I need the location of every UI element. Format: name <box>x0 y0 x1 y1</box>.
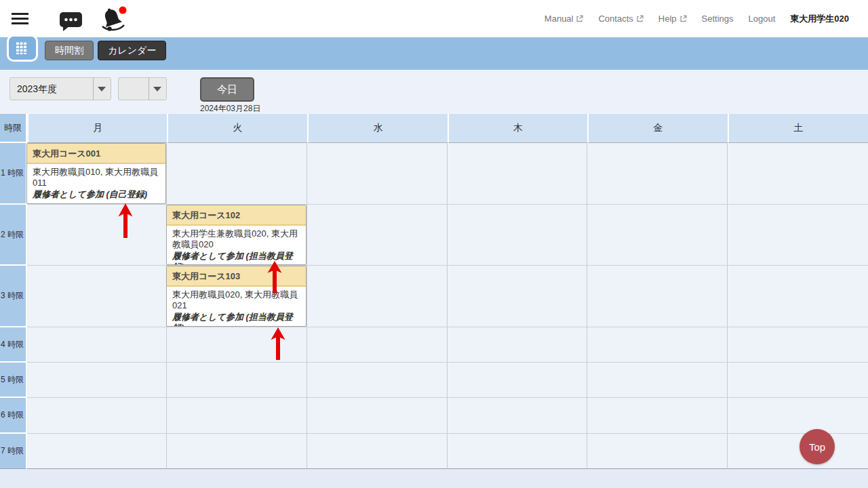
chat-icon[interactable] <box>58 10 84 36</box>
cell-thu-7 <box>448 434 587 469</box>
current-date: 2024年03月28日 <box>200 103 260 115</box>
nav-settings-label: Settings <box>702 14 734 24</box>
menu-icon[interactable] <box>12 13 28 24</box>
nav-help-label: Help <box>658 14 677 24</box>
home-tile-button[interactable] <box>7 35 38 62</box>
course-members: 東大用教職員020, 東大用教職員021 <box>172 289 298 310</box>
cell-fri-6 <box>587 398 728 434</box>
nav-help[interactable]: Help <box>658 14 687 24</box>
cell-fri-3 <box>587 266 728 327</box>
cell-sat-6 <box>728 398 868 434</box>
period-label-7: 7 時限 <box>0 434 27 469</box>
course-members: 東大用学生兼教職員020, 東大用教職員020 <box>172 228 298 249</box>
top-button-label: Top <box>809 441 825 453</box>
period-label-5: 5 時限 <box>0 363 27 398</box>
course-card-001[interactable]: 東大用コース001 東大用教職員010, 東大用教職員011 履修者として参加 … <box>26 143 166 204</box>
year-select[interactable]: 2023年度 <box>9 77 111 100</box>
cell-tue-7 <box>167 434 307 469</box>
day-header-tue: 火 <box>167 114 307 143</box>
page: Manual Contacts Help <box>0 0 868 488</box>
cell-fri-4 <box>587 327 728 363</box>
year-select-value: 2023年度 <box>17 78 57 100</box>
cell-wed-7 <box>307 434 448 469</box>
cell-tue-5 <box>167 363 307 398</box>
cell-fri-2 <box>587 205 728 266</box>
tab-calendar[interactable]: カレンダー <box>98 41 166 60</box>
nav-contacts-label: Contacts <box>598 14 633 24</box>
cell-fri-7 <box>587 434 728 469</box>
select-arrow-zone <box>149 78 166 100</box>
course-title: 東大用コース001 <box>27 144 165 164</box>
cell-sat-2 <box>728 205 868 266</box>
course-body: 東大用教職員020, 東大用教職員021 履修者として参加 (担当教員登録) <box>167 287 306 327</box>
term-select[interactable] <box>118 77 167 100</box>
cell-sat-3 <box>728 266 868 327</box>
top-navigation: Manual Contacts Help <box>545 0 849 37</box>
cell-thu-5 <box>448 363 587 398</box>
day-header-fri: 金 <box>587 114 728 143</box>
course-card-103[interactable]: 東大用コース103 東大用教職員020, 東大用教職員021 履修者として参加 … <box>166 266 307 327</box>
cell-sat-1 <box>728 143 868 205</box>
period-label-4: 4 時限 <box>0 327 27 363</box>
cell-mon-5 <box>27 363 167 398</box>
nav-logout-label: Logout <box>749 14 776 24</box>
cell-mon-3 <box>27 266 167 327</box>
cell-wed-3 <box>307 266 448 327</box>
notification-dot <box>119 7 127 14</box>
period-label-1: 1 時限 <box>0 143 27 205</box>
tab-timetable[interactable]: 時間割 <box>45 41 94 60</box>
cell-sat-7 <box>728 434 868 469</box>
course-body: 東大用学生兼教職員020, 東大用教職員020 履修者として参加 (担当教員登録… <box>167 226 306 265</box>
external-link-icon <box>576 15 583 22</box>
course-body: 東大用教職員010, 東大用教職員011 履修者として参加 (自己登録) <box>27 164 165 203</box>
timetable-grid: 時限 月 火 水 木 金 土 1 時限 東大用コース001 東大用教職員010,… <box>0 114 868 469</box>
cell-mon-2 <box>27 205 167 266</box>
filter-toolbar: 2023年度 今日 2024年03月28日 <box>0 70 868 114</box>
cell-fri-1 <box>587 143 728 205</box>
notification-bell-icon[interactable] <box>98 4 130 38</box>
cell-sat-5 <box>728 363 868 398</box>
cell-thu-1 <box>448 143 587 205</box>
course-card-102[interactable]: 東大用コース102 東大用学生兼教職員020, 東大用教職員020 履修者として… <box>166 205 307 265</box>
today-button-label: 今日 <box>217 83 237 96</box>
course-members: 東大用教職員010, 東大用教職員011 <box>33 167 158 188</box>
cell-tue-1 <box>167 143 307 205</box>
day-header-wed: 水 <box>307 114 448 143</box>
cell-mon-6 <box>27 398 167 434</box>
nav-contacts[interactable]: Contacts <box>598 14 643 24</box>
cell-thu-4 <box>448 327 587 363</box>
tab-timetable-label: 時間割 <box>55 45 83 57</box>
nav-settings[interactable]: Settings <box>702 14 734 24</box>
logged-in-username: 東大用学生020 <box>790 13 849 25</box>
nav-logout[interactable]: Logout <box>749 14 776 24</box>
tab-calendar-label: カレンダー <box>108 45 156 57</box>
day-header-mon: 月 <box>27 114 167 143</box>
cell-tue-6 <box>167 398 307 434</box>
cell-tue-3: 東大用コース103 東大用教職員020, 東大用教職員021 履修者として参加 … <box>167 266 307 327</box>
top-bar: Manual Contacts Help <box>0 0 868 37</box>
cell-tue-2: 東大用コース102 東大用学生兼教職員020, 東大用教職員020 履修者として… <box>167 205 307 266</box>
nav-manual-label: Manual <box>545 14 574 24</box>
period-label-6: 6 時限 <box>0 398 27 434</box>
cell-fri-5 <box>587 363 728 398</box>
cell-tue-4 <box>167 327 307 363</box>
external-link-icon <box>679 15 687 22</box>
cell-wed-2 <box>307 205 448 266</box>
scroll-to-top-button[interactable]: Top <box>800 429 835 464</box>
cell-wed-1 <box>307 143 448 205</box>
course-participation: 履修者として参加 (担当教員登録) <box>172 251 300 266</box>
view-tabs: 時間割 カレンダー <box>45 41 166 60</box>
nav-manual[interactable]: Manual <box>545 14 584 24</box>
cell-sat-4 <box>728 327 868 363</box>
cell-thu-3 <box>448 266 587 327</box>
course-title: 東大用コース102 <box>167 205 306 226</box>
corner-header-period: 時限 <box>0 114 27 143</box>
today-button[interactable]: 今日 <box>200 77 254 102</box>
cell-wed-4 <box>307 327 448 363</box>
course-participation: 履修者として参加 (担当教員登録) <box>172 312 300 327</box>
course-participation: 履修者として参加 (自己登録) <box>33 189 160 200</box>
course-title: 東大用コース103 <box>167 266 306 287</box>
day-header-thu: 木 <box>448 114 587 143</box>
cell-wed-5 <box>307 363 448 398</box>
cell-mon-1: 東大用コース001 東大用教職員010, 東大用教職員011 履修者として参加 … <box>27 143 167 205</box>
